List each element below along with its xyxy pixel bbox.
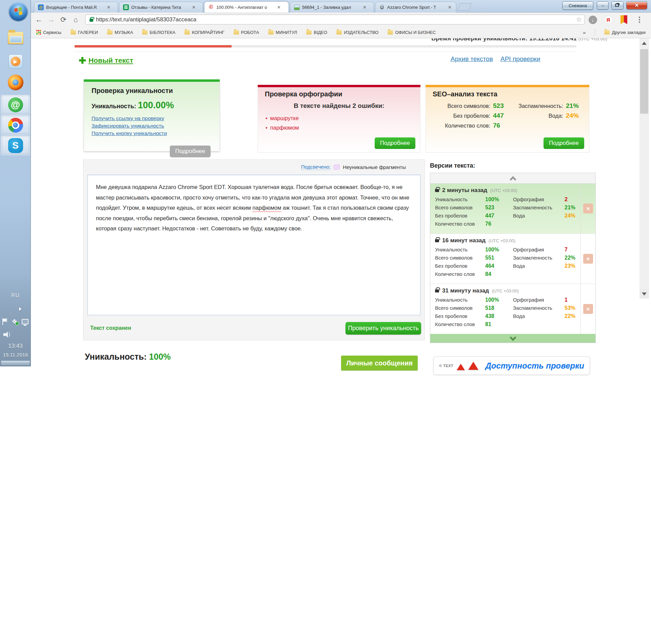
get-check-link[interactable]: Получить ссылку на проверку <box>92 115 219 121</box>
download-extension-icon[interactable]: ↓ <box>588 15 598 25</box>
tab-close-icon[interactable]: ✕ <box>447 5 452 10</box>
availability-widget[interactable]: © TEXT Доступность проверки <box>433 356 590 375</box>
bookmark-folder[interactable]: МУЗЫКА <box>107 30 133 35</box>
version-card[interactable]: 31 минуту назад (UTC +03:00) Уникальност… <box>430 284 595 334</box>
tab-azzaro[interactable]: Ú Azzaro Chrome Sport - T ✕ <box>375 2 456 13</box>
tab-image[interactable]: 56694_1 - Заливка удал ✕ <box>290 2 374 13</box>
scroll-down-icon[interactable] <box>639 289 649 299</box>
version-delete-button[interactable]: ✕ <box>583 254 593 264</box>
bookmark-folder[interactable]: ВІДЕО <box>306 30 327 35</box>
version-card[interactable]: 16 минут назад (UTC +03:00) Уникальность… <box>430 233 595 284</box>
other-bookmarks[interactable]: Другие закладки <box>604 30 646 35</box>
scrollbar-thumb[interactable] <box>640 49 648 114</box>
taskbar-item-firefox[interactable] <box>0 75 31 90</box>
scroll-up-icon[interactable] <box>639 38 649 48</box>
version-delete-button[interactable]: ✕ <box>583 304 593 314</box>
water-label: Вода: <box>549 113 563 119</box>
show-desktop-button[interactable] <box>1 360 30 366</box>
spelling-error-item[interactable]: •маршрутке <box>265 115 420 121</box>
versions-title: Версии текста: <box>430 162 596 169</box>
new-text-label[interactable]: Новый текст <box>88 56 133 64</box>
misspelled-word[interactable]: парфюмом <box>253 205 281 211</box>
tab-close-icon[interactable]: ✕ <box>191 5 196 10</box>
bookmarks-overflow-chevron[interactable]: » <box>583 30 586 35</box>
bookmark-star-icon[interactable]: ☆ <box>576 16 582 23</box>
bookmark-folder[interactable]: ОФИСЫ И БИЗНЕС <box>388 30 436 35</box>
reload-icon[interactable]: ⟳ <box>57 16 70 24</box>
stat-value: 21% <box>565 205 575 210</box>
taskbar-item-mailru-agent[interactable]: @ <box>1 95 30 114</box>
panel-accent-bar <box>84 79 220 82</box>
tab-close-icon[interactable]: ✕ <box>276 5 281 10</box>
stat-label: Орфография <box>513 196 565 202</box>
fix-uniqueness-link[interactable]: Зафиксировать уникальность <box>92 123 219 129</box>
minimize-button[interactable]: – <box>597 1 609 10</box>
tab-close-icon[interactable]: ✕ <box>106 5 111 10</box>
copyright-favicon: © <box>208 4 214 10</box>
profile-button[interactable]: Снежана <box>562 1 593 10</box>
version-card[interactable]: 2 минуты назад (UTC +03:00) Уникальность… <box>430 183 595 233</box>
url-text[interactable]: https://text.ru/antiplagiat/583037acceac… <box>96 16 196 23</box>
new-tab-button[interactable] <box>457 3 472 11</box>
text-input-area[interactable]: Мне девушка подарила Azzaro Chrome Sport… <box>87 175 420 315</box>
details-button[interactable]: Подробнее <box>170 146 211 157</box>
new-text-link[interactable]: Новый текст <box>79 56 133 64</box>
bookmark-folder[interactable]: КОПИРАЙТИНГ <box>184 30 224 35</box>
display-settings-icon[interactable] <box>22 319 28 324</box>
yandex-extension-icon[interactable]: Я <box>603 15 613 25</box>
tab-antiplagiat-active[interactable]: © 100.00% - Антиплагиат о ✕ <box>204 1 289 13</box>
https-lock-icon <box>90 19 93 22</box>
words-label: Количество слов: <box>445 122 490 129</box>
api-link[interactable]: API проверки <box>500 55 540 63</box>
bookmark-ribbon-extension-icon[interactable] <box>619 15 629 25</box>
back-icon[interactable]: ← <box>33 16 45 24</box>
volume-icon[interactable]: ) <box>3 331 12 338</box>
close-button[interactable]: ✕ <box>626 1 647 10</box>
details-button[interactable]: Подробнее <box>375 137 415 149</box>
tab-sheets[interactable]: Отзывы - Катерина Тита ✕ <box>119 2 203 13</box>
check-uniqueness-button[interactable]: Проверить уникальность <box>346 322 421 335</box>
forward-icon[interactable]: → <box>45 16 57 24</box>
taskbar-item-media-player[interactable]: ▶ <box>0 54 31 69</box>
taskbar-item-chrome[interactable] <box>1 115 30 135</box>
tray-date[interactable]: 19.11.2016 <box>0 352 31 358</box>
tray-expand-arrow-icon[interactable] <box>19 307 22 311</box>
bookmark-folder[interactable]: ГАЛЕРЕИ <box>71 30 98 35</box>
bookmark-folder[interactable]: МИНИТУЛ <box>268 30 297 35</box>
tab-mail[interactable]: @ Входящие - Почта Mail.R ✕ <box>34 2 118 13</box>
dropbox-icon[interactable] <box>12 319 18 325</box>
tray-clock[interactable]: 13:43 <box>0 343 31 349</box>
version-delete-button[interactable]: ✕ <box>583 204 593 213</box>
tab-title: Отзывы - Катерина Тита <box>131 5 189 10</box>
start-button[interactable] <box>9 2 28 21</box>
taskbar-item-explorer[interactable] <box>0 32 31 44</box>
stat-label: Уникальность <box>435 196 485 202</box>
bookmark-services[interactable]: Сервисы <box>36 30 61 35</box>
archive-link[interactable]: Архив текстов <box>451 55 493 63</box>
folder-icon <box>184 30 190 35</box>
home-icon[interactable]: ⌂ <box>70 16 82 24</box>
maximize-button[interactable] <box>611 1 624 10</box>
language-indicator[interactable]: RU <box>0 292 31 299</box>
versions-scroll-up[interactable] <box>430 173 595 183</box>
bookmark-folder[interactable]: РОБОТА <box>234 30 259 35</box>
tab-close-icon[interactable]: ✕ <box>362 5 367 10</box>
stat-label: Уникальность <box>435 247 485 252</box>
panel-accent-bar <box>258 85 420 87</box>
chrome-menu-icon[interactable] <box>634 15 645 25</box>
action-center-flag-icon[interactable] <box>2 318 8 325</box>
bookmark-folder[interactable]: БІБЛІОТЕКА <box>142 30 175 35</box>
site-tab-underline <box>75 45 576 48</box>
address-bar[interactable]: https://text.ru/antiplagiat/583037acceac… <box>85 15 585 24</box>
taskbar-item-skype[interactable]: S <box>1 136 30 155</box>
versions-scroll-down[interactable] <box>430 334 595 343</box>
page-scrollbar[interactable] <box>639 38 649 299</box>
stat-label: Без пробелов <box>435 213 485 219</box>
get-badge-link[interactable]: Получить кнопку уникальности <box>92 130 219 136</box>
uniqueness-panel: Проверка уникальности Уникальность: 100.… <box>84 79 220 151</box>
spelling-error-item[interactable]: •парфюмом <box>265 125 420 131</box>
private-messages-button[interactable]: Личные сообщения <box>341 356 418 371</box>
details-button[interactable]: Подробнее <box>544 137 584 149</box>
bookmark-folder[interactable]: ИЗДАТЕЛЬСТВО <box>336 30 378 35</box>
highlighted-link[interactable]: Подсвечено: <box>301 164 331 170</box>
